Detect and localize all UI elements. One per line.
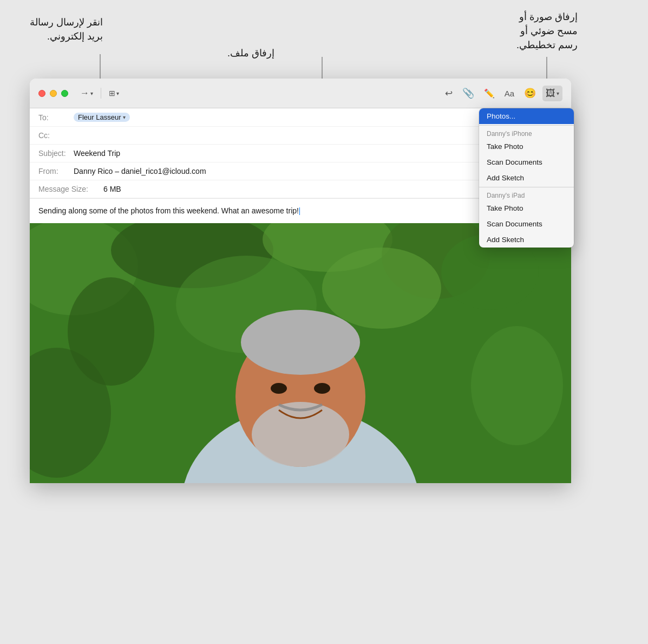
svg-point-21: [252, 402, 349, 467]
menu-item-iphone-scan-documents[interactable]: Scan Documents: [479, 154, 574, 170]
markup-icon: ✏️: [484, 88, 495, 99]
font-label: Aa: [505, 89, 514, 98]
menu-item-ipad-take-photo[interactable]: Take Photo: [479, 200, 574, 216]
mail-window: → ▾ ⊞ ▾ ↩ 📎 ✏️ Aa: [30, 79, 571, 483]
menu-item-ipad-scan-documents[interactable]: Scan Documents: [479, 216, 574, 232]
toolbar-right-icons: ↩ 📎 ✏️ Aa 😊 🖼 ▾: [442, 85, 562, 101]
traffic-lights: [38, 90, 68, 97]
menu-item-iphone-take-photo[interactable]: Take Photo: [479, 139, 574, 154]
font-button[interactable]: Aa: [501, 87, 518, 100]
annotation-attach: إرفاق ملف.: [227, 46, 274, 60]
emoji-button[interactable]: 😊: [521, 85, 539, 101]
chip-arrow: ▾: [123, 114, 126, 120]
photo-dropdown-menu: Photos... Danny's iPhone Take Photo Scan…: [479, 108, 574, 248]
to-recipient-chip[interactable]: Fleur Lasseur ▾: [74, 113, 130, 122]
annotation-photo: إرفاق صورة أو مسح ضوئي أو رسم تخطيطي.: [516, 10, 578, 52]
menu-item-ipad-add-sketch[interactable]: Add Sketch: [479, 232, 574, 248]
separator-1: [101, 88, 101, 99]
format-dropdown-arrow: ▾: [116, 90, 119, 96]
message-size-value: 6 MB: [103, 185, 121, 193]
menu-section-iphone: Danny's iPhone: [479, 127, 574, 139]
photo-button[interactable]: 🖼 ▾: [542, 86, 562, 101]
svg-point-20: [241, 310, 360, 375]
photo-dropdown-arrow: ▾: [557, 90, 559, 96]
subject-value[interactable]: Weekend Trip: [74, 149, 120, 158]
send-button[interactable]: → ▾: [77, 86, 96, 101]
emoji-icon: 😊: [524, 87, 536, 99]
menu-divider-1: [479, 125, 574, 126]
menu-divider-2: [479, 187, 574, 187]
attach-icon: 📎: [462, 87, 474, 99]
to-label: To:: [38, 113, 74, 122]
format-icon: ⊞: [109, 89, 115, 97]
reply-button[interactable]: ↩: [442, 86, 456, 101]
from-label: From:: [38, 167, 74, 175]
send-dropdown-arrow: ▾: [90, 90, 93, 96]
menu-section-ipad: Danny's iPad: [479, 188, 574, 200]
toolbar-left-icons: → ▾ ⊞ ▾: [77, 86, 122, 101]
send-icon: →: [80, 88, 89, 99]
reply-icon: ↩: [445, 88, 453, 99]
email-photo: [30, 223, 571, 483]
attach-button[interactable]: 📎: [459, 85, 477, 101]
photo-icon: 🖼: [546, 88, 555, 99]
cc-label: Cc:: [38, 131, 74, 140]
format-button[interactable]: ⊞ ▾: [106, 87, 122, 100]
svg-point-13: [322, 248, 441, 329]
text-cursor: [299, 207, 300, 215]
svg-point-22: [271, 383, 287, 394]
menu-item-iphone-add-sketch[interactable]: Add Sketch: [479, 170, 574, 186]
svg-point-16: [471, 326, 563, 445]
close-button[interactable]: [38, 90, 45, 97]
from-value: Danny Rico – daniel_rico1@icloud.com: [74, 167, 206, 175]
minimize-button[interactable]: [50, 90, 57, 97]
menu-item-photos[interactable]: Photos...: [479, 108, 574, 124]
subject-label: Subject:: [38, 149, 74, 158]
svg-point-23: [314, 383, 330, 394]
maximize-button[interactable]: [61, 90, 68, 97]
markup-button[interactable]: ✏️: [481, 86, 498, 101]
toolbar: → ▾ ⊞ ▾ ↩ 📎 ✏️ Aa: [30, 79, 571, 108]
message-size-label: Message Size:: [38, 185, 103, 193]
annotation-send: انقر لإرسال رسالة بريد إلكتروني.: [30, 15, 103, 43]
